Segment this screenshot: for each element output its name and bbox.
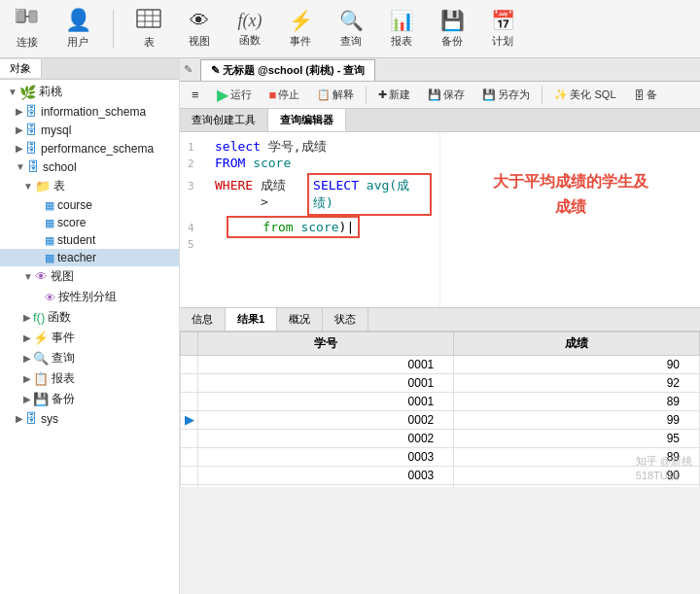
- content-area: ✎ ✎ 无标题 @school (莉桃) - 查询 ≡ ▶ 运行 ■ 停止 📋 …: [180, 58, 700, 594]
- code-line-3: 3 WHERE 成绩 > SELECT avg(成绩): [188, 173, 432, 216]
- toolbar-func[interactable]: f(x) 函数: [230, 9, 269, 50]
- results-table-container: 学号 成绩 0001 90 0001 92 0001 89 ▶ 0002 99: [180, 332, 700, 487]
- sidebar-item-teacher[interactable]: ▦ teacher: [0, 249, 179, 266]
- result-tabs: 信息 结果1 概况 状态: [180, 308, 700, 332]
- sidebar-reports-folder[interactable]: ▶ 📋 报表: [0, 368, 179, 389]
- sidebar-item-performance-schema[interactable]: ▶ 🗄 performance_schema: [0, 139, 179, 157]
- sidebar-objects-tab[interactable]: 对象: [0, 59, 42, 78]
- toolbar-report[interactable]: 📊 报表: [382, 7, 421, 51]
- saveas-icon: 💾: [482, 88, 496, 101]
- cell-student-id: 0002: [198, 430, 454, 448]
- explain-icon: 📋: [317, 88, 331, 101]
- query-tab[interactable]: ✎ 无标题 @school (莉桃) - 查询: [200, 59, 375, 81]
- cell-score: 89: [454, 393, 700, 411]
- table-row: 0003 90: [181, 467, 700, 485]
- run-icon: ▶: [217, 86, 228, 104]
- saveas-button[interactable]: 💾 另存为: [476, 86, 536, 104]
- cell-score: 95: [454, 430, 700, 448]
- explain-button[interactable]: 📋 解释: [311, 86, 360, 104]
- sidebar-tables-folder[interactable]: ▼ 📁 表: [0, 176, 179, 196]
- menu-icon: ≡: [192, 87, 199, 102]
- tab-profile[interactable]: 概况: [277, 308, 323, 331]
- cell-student-id: 0003: [198, 467, 454, 485]
- cell-score: 90: [454, 356, 700, 374]
- row-indicator: [181, 356, 198, 374]
- sidebar-item-school[interactable]: ▼ 🗄 school: [0, 157, 179, 176]
- toolbar-backup[interactable]: 💾 备份: [433, 7, 472, 51]
- row-indicator: [181, 485, 198, 488]
- toolbar-table-label: 表: [144, 35, 155, 50]
- sidebar-item-course[interactable]: ▦ course: [0, 196, 179, 214]
- stop-button[interactable]: ■ 停止: [263, 86, 306, 104]
- sidebar-item-information-schema[interactable]: ▶ 🗄 information_schema: [0, 102, 179, 121]
- expand-icon-school: ▼: [16, 161, 25, 172]
- expand-icon-funcs: ▶: [23, 312, 31, 323]
- expand-icon-tables: ▼: [23, 181, 33, 192]
- tab-status[interactable]: 状态: [323, 308, 368, 331]
- tab-create-tool[interactable]: 查询创建工具: [180, 109, 268, 131]
- event-icon: ⚡: [289, 9, 313, 32]
- sidebar-tree: ▼ 🌿 莉桃 ▶ 🗄 information_schema ▶ 🗄 mysql …: [0, 80, 179, 430]
- sidebar-backup-folder[interactable]: ▶ 💾 备份: [0, 389, 179, 409]
- table-header-row: 学号 成绩: [181, 332, 700, 356]
- schedule-icon: 📅: [491, 9, 515, 32]
- cell-score: 99: [454, 485, 700, 488]
- sidebar-item-student[interactable]: ▦ student: [0, 231, 179, 249]
- table-row: 0003 89: [181, 448, 700, 467]
- cell-student-id: 0001: [198, 356, 454, 374]
- table-icon-teacher: ▦: [45, 252, 54, 264]
- qt-divider-2: [542, 87, 542, 104]
- sidebar-queries-folder[interactable]: ▶ 🔍 查询: [0, 348, 179, 368]
- table-icon-score: ▦: [45, 217, 54, 229]
- menu-button[interactable]: ≡: [186, 86, 205, 104]
- tab-result1[interactable]: 结果1: [226, 308, 277, 331]
- sidebar-events-folder[interactable]: ▶ ⚡ 事件: [0, 328, 179, 348]
- sidebar-item-sys[interactable]: ▶ 🗄 sys: [0, 409, 179, 428]
- toolbar-schedule[interactable]: 📅 计划: [483, 7, 522, 51]
- db-icon-mysql: 🗄: [25, 122, 38, 137]
- toolbar-connect[interactable]: 连接: [8, 7, 47, 52]
- run-button[interactable]: ▶ 运行: [211, 84, 258, 106]
- sidebar-root[interactable]: ▼ 🌿 莉桃: [0, 82, 179, 102]
- objects-label: ✎: [184, 63, 192, 76]
- table-body: 0001 90 0001 92 0001 89 ▶ 0002 99 0002 9…: [181, 356, 700, 488]
- toolbar-query[interactable]: 🔍 查询: [332, 7, 370, 51]
- sidebar-funcs-folder[interactable]: ▶ f() 函数: [0, 307, 179, 328]
- code-line-2: 2 FROM score: [188, 156, 432, 173]
- table-row: 0001 89: [181, 393, 700, 411]
- code-editor[interactable]: 1 select 学号,成绩 2 FROM score 3 WHERE 成绩 >…: [180, 132, 440, 307]
- cell-student-id: 0003: [198, 448, 454, 467]
- event-icon-folder: ⚡: [33, 331, 49, 345]
- toolbar-event[interactable]: ⚡ 事件: [281, 7, 320, 51]
- toolbar-query-label: 查询: [340, 34, 362, 49]
- main-toolbar: 连接 👤 用户 表 👁 视图 f(x) 函数 ⚡ 事件 🔍 查询 📊 报表 💾 …: [0, 0, 700, 58]
- row-indicator: [181, 374, 198, 393]
- table-icon: [136, 9, 161, 33]
- new-button[interactable]: ✚ 新建: [372, 86, 416, 104]
- sidebar-item-score[interactable]: ▦ score: [0, 214, 179, 231]
- toolbar-table[interactable]: 表: [129, 7, 168, 52]
- svg-rect-0: [18, 11, 25, 22]
- cell-student-id: 0002: [198, 411, 454, 430]
- toolbar-user-label: 用户: [67, 35, 88, 50]
- tab-editor[interactable]: 查询编辑器: [268, 109, 346, 131]
- sidebar-views-folder[interactable]: ▼ 👁 视图: [0, 266, 179, 287]
- view-icon-group: 👁: [45, 292, 55, 303]
- backup2-button[interactable]: 🗄 备: [628, 86, 663, 104]
- sidebar-item-view-group[interactable]: 👁 按性别分组: [0, 287, 179, 307]
- user-icon: 👤: [65, 8, 91, 33]
- save-button[interactable]: 💾 保存: [422, 86, 471, 104]
- toolbar-user[interactable]: 👤 用户: [58, 6, 97, 52]
- toolbar-view[interactable]: 👁 视图: [180, 8, 219, 51]
- query-toolbar: ≡ ▶ 运行 ■ 停止 📋 解释 ✚ 新建 💾 保存: [180, 82, 700, 109]
- description-panel: 大于平均成绩的学生及成绩: [440, 132, 700, 307]
- db-icon-ps: 🗄: [25, 141, 38, 156]
- table-row: 0001 92: [181, 374, 700, 393]
- sidebar: 对象 ▼ 🌿 莉桃 ▶ 🗄 information_schema ▶ 🗄 mys…: [0, 58, 180, 594]
- collapse-icon-mysql: ▶: [16, 124, 23, 135]
- tab-info[interactable]: 信息: [180, 308, 226, 331]
- beautify-button[interactable]: ✨ 美化 SQL: [548, 86, 621, 104]
- beautify-icon: ✨: [554, 88, 568, 101]
- table-row: 0002 95: [181, 430, 700, 448]
- sidebar-item-mysql[interactable]: ▶ 🗄 mysql: [0, 121, 179, 139]
